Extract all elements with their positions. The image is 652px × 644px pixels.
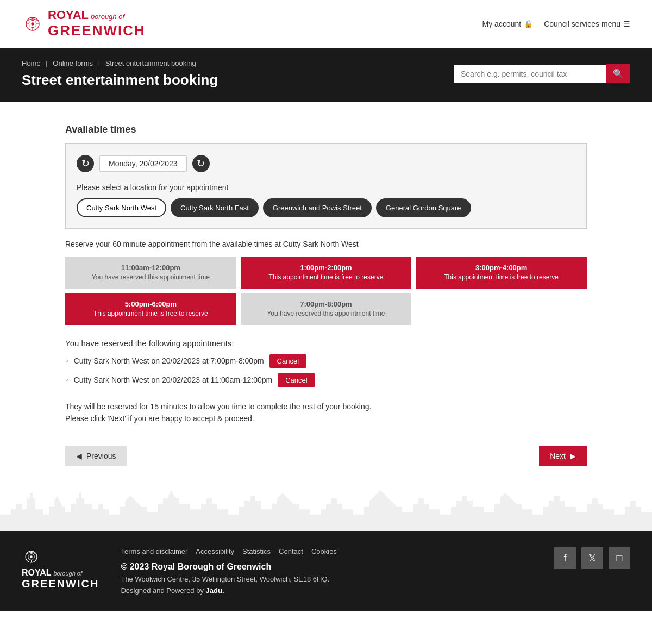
search-box: 🔍 bbox=[454, 64, 630, 83]
footer-copyright: © 2023 Royal Borough of Greenwich bbox=[121, 562, 532, 572]
main-content: Available times ↻ Monday, 20/02/2023 ↻ P… bbox=[54, 102, 598, 488]
time-slot-4[interactable]: 7:00pm-8:00pm You have reserved this app… bbox=[241, 293, 412, 325]
search-button[interactable]: 🔍 bbox=[606, 64, 630, 83]
page-title: Street entertainment booking bbox=[22, 72, 218, 89]
footer-center: Terms and disclaimer Accessibility Stati… bbox=[121, 547, 532, 595]
footer-logo-text: ROYAL borough of GREENWICH bbox=[22, 568, 99, 590]
nav-buttons: ◀ Previous Next ▶ bbox=[65, 446, 587, 466]
logo-text: ROYAL borough of GREENWICH bbox=[48, 8, 146, 40]
location-prompt: Please select a location for your appoin… bbox=[77, 183, 575, 192]
facebook-icon[interactable]: f bbox=[554, 547, 576, 569]
location-btn-3[interactable]: General Gordon Square bbox=[376, 198, 471, 217]
reserved-dot-1: ◦ bbox=[65, 375, 68, 385]
logo-icon bbox=[22, 13, 43, 35]
time-slots-grid: 11:00am-12:00pm You have reserved this a… bbox=[65, 257, 587, 325]
logo-royal: ROYAL borough of bbox=[48, 8, 146, 22]
footer-logo: ROYAL borough of GREENWICH bbox=[22, 547, 99, 590]
reserved-item-1: ◦ Cutty Sark North West on 20/02/2023 at… bbox=[65, 373, 587, 387]
time-slot-3[interactable]: 5:00pm-6:00pm This appointment time is f… bbox=[65, 293, 236, 325]
reserved-section: You have reserved the following appointm… bbox=[65, 339, 587, 387]
skyline-svg bbox=[0, 487, 652, 531]
time-slot-2[interactable]: 3:00pm-4:00pm This appointment time is f… bbox=[416, 257, 587, 289]
location-btn-2[interactable]: Greenwich and Powis Street bbox=[263, 198, 372, 217]
cancel-btn-1[interactable]: Cancel bbox=[278, 373, 315, 387]
skyline-decoration bbox=[0, 487, 652, 531]
next-button[interactable]: Next ▶ bbox=[539, 446, 587, 466]
next-circle-icon: ▶ bbox=[570, 452, 576, 460]
previous-button[interactable]: ◀ Previous bbox=[65, 446, 127, 466]
time-slot-1[interactable]: 1:00pm-2:00pm This appointment time is f… bbox=[241, 257, 412, 289]
reserved-text-0: Cutty Sark North West on 20/02/2023 at 7… bbox=[74, 357, 264, 365]
cancel-btn-0[interactable]: Cancel bbox=[269, 354, 306, 368]
info-text-1: They will be reserved for 15 minutes to … bbox=[65, 401, 587, 412]
page-banner: Home | Online forms | Street entertainme… bbox=[0, 48, 652, 102]
footer-greenwich: GREENWICH bbox=[22, 578, 99, 590]
prev-date-button[interactable]: ↻ bbox=[77, 155, 94, 172]
appointment-info: Reserve your 60 minute appointment from … bbox=[65, 240, 587, 248]
footer-link-contact[interactable]: Contact bbox=[279, 547, 303, 555]
footer-link-cookies[interactable]: Cookies bbox=[311, 547, 337, 555]
site-header: ROYAL borough of GREENWICH My account 🔒 … bbox=[0, 0, 652, 48]
info-text-2: Please click 'Next' if you are happy to … bbox=[65, 412, 587, 424]
date-nav: ↻ Monday, 20/02/2023 ↻ bbox=[77, 155, 575, 172]
date-display: Monday, 20/02/2023 bbox=[99, 155, 187, 172]
social-icons: f 𝕏 □ bbox=[554, 547, 630, 569]
footer-link-statistics[interactable]: Statistics bbox=[242, 547, 271, 555]
location-btn-0[interactable]: Cutty Sark North West bbox=[77, 198, 166, 217]
hamburger-icon: ☰ bbox=[623, 20, 630, 28]
reserved-dot-0: ◦ bbox=[65, 356, 68, 366]
info-text: They will be reserved for 15 minutes to … bbox=[65, 401, 587, 425]
next-date-button[interactable]: ↻ bbox=[192, 155, 210, 172]
footer-link-terms[interactable]: Terms and disclaimer bbox=[121, 547, 187, 555]
council-services-link[interactable]: Council services menu ☰ bbox=[544, 20, 630, 28]
location-btn-1[interactable]: Cutty Sark North East bbox=[171, 198, 259, 217]
breadcrumb-current: Street entertainment booking bbox=[105, 59, 196, 67]
lock-icon: 🔒 bbox=[524, 20, 533, 28]
section-title: Available times bbox=[65, 124, 587, 135]
footer-inner: ROYAL borough of GREENWICH Terms and dis… bbox=[22, 547, 630, 595]
location-buttons: Cutty Sark North West Cutty Sark North E… bbox=[77, 198, 575, 217]
svg-point-9 bbox=[30, 555, 33, 558]
reserved-text-1: Cutty Sark North West on 20/02/2023 at 1… bbox=[74, 376, 273, 384]
twitter-icon[interactable]: 𝕏 bbox=[581, 547, 603, 569]
footer-logo-icon bbox=[22, 547, 41, 566]
footer-powered: Designed and Powered by Jadu. bbox=[121, 586, 532, 595]
time-slot-0[interactable]: 11:00am-12:00pm You have reserved this a… bbox=[65, 257, 236, 289]
logo[interactable]: ROYAL borough of GREENWICH bbox=[22, 8, 146, 40]
svg-point-2 bbox=[31, 22, 34, 25]
reserved-title: You have reserved the following appointm… bbox=[65, 339, 587, 348]
footer-link-accessibility[interactable]: Accessibility bbox=[196, 547, 234, 555]
my-account-link[interactable]: My account 🔒 bbox=[482, 20, 534, 28]
reserved-item-0: ◦ Cutty Sark North West on 20/02/2023 at… bbox=[65, 354, 587, 368]
logo-greenwich: GREENWICH bbox=[48, 22, 146, 39]
header-nav: My account 🔒 Council services menu ☰ bbox=[482, 20, 630, 28]
calendar-container: ↻ Monday, 20/02/2023 ↻ Please select a l… bbox=[65, 143, 587, 229]
instagram-icon[interactable]: □ bbox=[609, 547, 630, 569]
search-input[interactable] bbox=[454, 65, 606, 83]
prev-circle-icon: ◀ bbox=[76, 452, 82, 460]
breadcrumb-home[interactable]: Home bbox=[22, 59, 41, 67]
footer-links: Terms and disclaimer Accessibility Stati… bbox=[121, 547, 532, 555]
breadcrumb: Home | Online forms | Street entertainme… bbox=[22, 59, 218, 67]
footer: ROYAL borough of GREENWICH Terms and dis… bbox=[0, 531, 652, 611]
breadcrumb-online-forms[interactable]: Online forms bbox=[53, 59, 93, 67]
footer-address: The Woolwich Centre, 35 Wellington Stree… bbox=[121, 575, 532, 583]
